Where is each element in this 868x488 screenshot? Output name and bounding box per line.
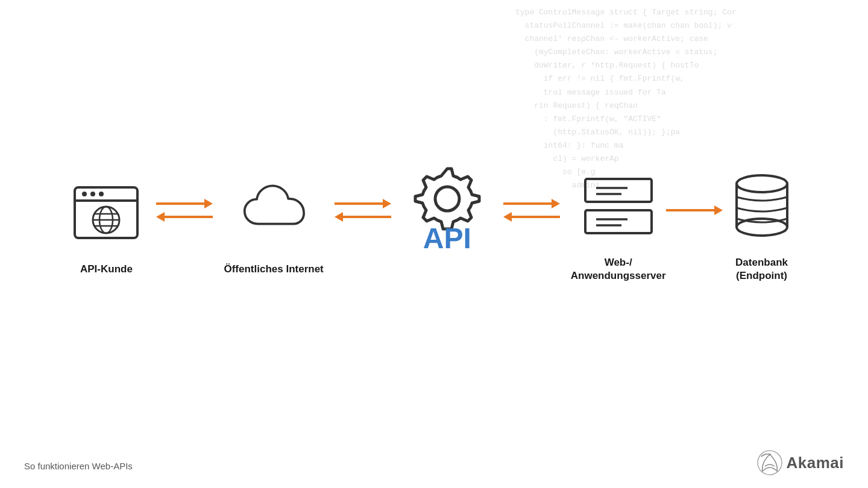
browser-icon xyxy=(67,174,145,252)
database-icon xyxy=(723,167,801,245)
diagram-item-internet: Öffentliches Internet xyxy=(224,174,323,276)
svg-rect-11 xyxy=(585,179,652,202)
gear-icon: API xyxy=(402,157,492,247)
svg-point-17 xyxy=(737,175,787,192)
svg-point-4 xyxy=(99,192,104,196)
diagram-area: API-Kunde Öffentliches Internet xyxy=(0,157,868,293)
svg-rect-14 xyxy=(585,210,652,233)
akamai-icon xyxy=(756,449,783,476)
api-center-label: API xyxy=(423,224,471,253)
akamai-text: Akamai xyxy=(787,454,844,472)
datenbank-label: Datenbank(Endpoint) xyxy=(735,256,788,283)
svg-point-2 xyxy=(82,192,87,196)
diagram-item-api: API xyxy=(402,157,492,293)
diagram-item-webserver: Web-/Anwendungsserver xyxy=(571,167,666,283)
diagram-item-datenbank: Datenbank(Endpoint) xyxy=(723,167,801,283)
arrow-internet-api xyxy=(324,199,402,222)
server-icon xyxy=(579,167,658,245)
akamai-logo: Akamai xyxy=(756,449,844,476)
arrow-webserver-datenbank xyxy=(666,205,723,215)
diagram-item-api-kunde: API-Kunde xyxy=(67,174,145,276)
svg-point-10 xyxy=(435,187,459,211)
footer-left-text: So funktionieren Web-APIs xyxy=(24,461,133,471)
arrow-api-webserver xyxy=(492,199,571,222)
internet-label: Öffentliches Internet xyxy=(224,263,323,276)
webserver-label: Web-/Anwendungsserver xyxy=(571,256,666,283)
svg-point-3 xyxy=(90,192,95,196)
arrow-kunde-internet xyxy=(145,199,224,222)
api-kunde-label: API-Kunde xyxy=(80,263,133,276)
cloud-icon xyxy=(234,174,313,252)
